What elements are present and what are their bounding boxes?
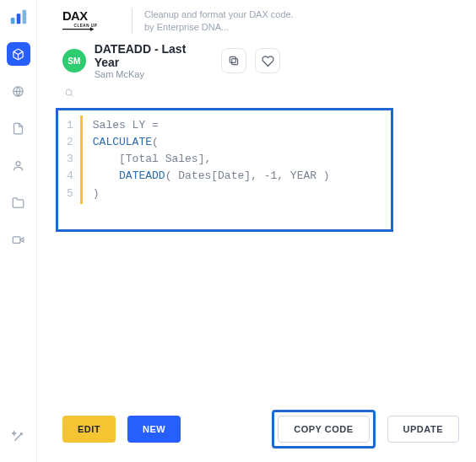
heart-icon [262,55,274,67]
code-line: DATEADD( Dates[Date], -1, YEAR ) [93,168,330,185]
avatar: SM [62,49,86,73]
code-line: [Total Sales], [93,151,330,168]
logo-text: DAX [62,9,88,23]
line-number: 3 [67,151,73,168]
line-gutter: 12345 [63,116,83,204]
footer: EDIT NEW COPY CODE UPDATE [37,400,476,462]
tagline-line: by Enterprise DNA... [144,21,294,34]
line-number: 2 [67,134,73,151]
favorite-button[interactable] [255,48,280,73]
line-number: 5 [67,185,73,202]
copy-code-highlight: COPY CODE [272,410,375,449]
globe-icon[interactable] [7,79,30,103]
svg-text:CLEAN UP: CLEAN UP [74,24,98,28]
update-button[interactable]: UPDATE [387,416,459,443]
main: DAXCLEAN UP Cleanup and format your DAX … [37,0,476,462]
svg-rect-2 [22,10,26,24]
line-number: 4 [67,168,73,185]
new-button[interactable]: NEW [127,416,181,443]
code-line: CALCULATE( [93,134,330,151]
svg-rect-0 [10,18,14,24]
line-number: 1 [67,117,73,134]
brand-mark-icon [8,7,29,27]
box-icon[interactable] [7,42,30,66]
code-editor[interactable]: 12345 Sales LY =CALCULATE( [Total Sales]… [63,116,386,204]
folder-icon[interactable] [7,191,30,214]
svg-point-9 [66,89,72,95]
duplicate-button[interactable] [221,48,246,73]
svg-rect-1 [16,13,20,24]
search-row [37,81,476,105]
copy-code-button[interactable]: COPY CODE [278,416,369,443]
code-line: ) [93,185,330,202]
video-icon[interactable] [7,228,30,251]
tagline: Cleanup and format your DAX code. by Ent… [132,8,294,34]
tagline-line: Cleanup and format your DAX code. [144,8,294,21]
svg-point-4 [16,161,20,165]
title-row: SM DATEADD - Last Year Sam McKay [37,39,476,81]
code-line: Sales LY = [93,117,330,134]
sidebar [0,0,37,462]
file-icon[interactable] [7,116,30,140]
wand-icon[interactable] [7,425,30,449]
svg-rect-7 [232,59,238,65]
author: Sam McKay [95,69,213,79]
code-source[interactable]: Sales LY =CALCULATE( [Total Sales], DATE… [83,116,330,204]
edit-button[interactable]: EDIT [62,416,116,443]
code-editor-highlight: 12345 Sales LY =CALCULATE( [Total Sales]… [56,108,393,232]
svg-rect-5 [13,236,20,243]
svg-rect-8 [230,56,235,62]
search-icon[interactable] [64,89,74,100]
app-logo: DAXCLEAN UP [62,8,120,34]
page-title: DATEADD - Last Year [95,42,213,69]
header: DAXCLEAN UP Cleanup and format your DAX … [37,0,476,39]
copy-icon [228,55,240,67]
user-icon[interactable] [7,153,30,177]
